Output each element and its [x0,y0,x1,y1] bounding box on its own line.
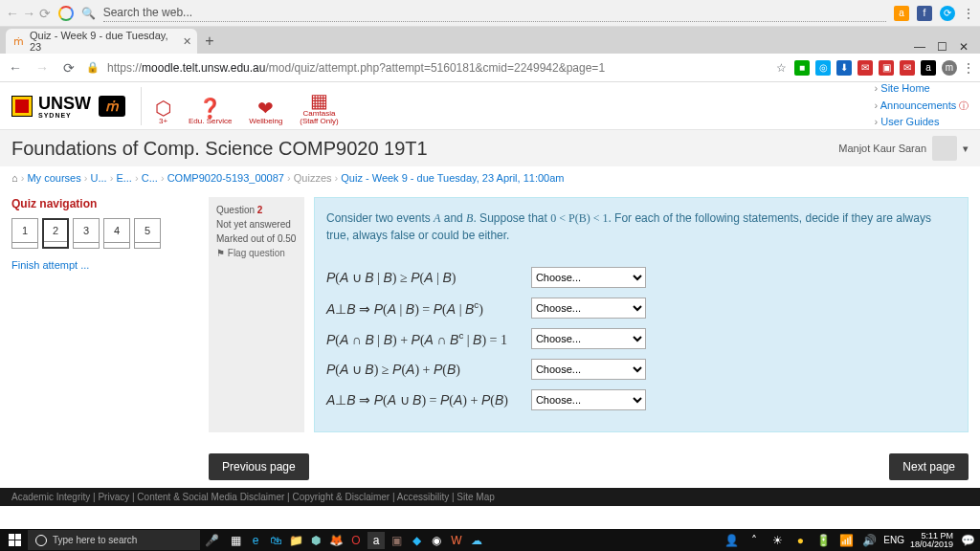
link-site-home[interactable]: Site Home [875,82,969,98]
minimize-button[interactable]: — [914,40,925,54]
close-tab-icon[interactable]: ✕ [183,35,191,48]
crumb-quiz[interactable]: Quiz - Week 9 - due Tuesday, 23 April, 1… [341,172,564,184]
finish-attempt-link[interactable]: Finish attempt ... [11,259,89,271]
qnav-1[interactable]: 1 [11,218,38,249]
stmt-4-select[interactable]: Choose... [531,359,646,380]
mic-icon[interactable]: 🎤 [203,532,220,549]
svc-eduservice[interactable]: ❓Edu. Service [189,99,232,125]
people-icon[interactable]: 👤 [723,532,740,549]
bookmark-icon[interactable]: ☆ [776,61,787,75]
word-icon[interactable]: W [448,532,465,549]
volume-icon[interactable]: 🔊 [860,532,878,549]
stmt-2: A⊥B ⇒ P(A | B) = P(A | Bc) [326,298,531,319]
ext-2-icon[interactable]: ◎ [815,60,831,76]
start-button[interactable] [4,534,25,546]
reload-icon[interactable]: ⟳ [39,6,51,21]
user-menu[interactable]: Manjot Kaur Saran ▾ [838,136,969,161]
maximize-button[interactable]: ☐ [937,40,947,54]
lock-icon: 🔒 [86,61,100,74]
explorer-icon[interactable]: 📁 [287,532,304,549]
qnav-5[interactable]: 5 [134,218,161,249]
store-icon[interactable]: 🛍 [267,532,284,549]
ext-icon[interactable]: ⟳ [940,6,955,21]
url-field[interactable]: https://moodle.telt.unsw.edu.au/mod/quiz… [107,61,768,75]
wifi-icon[interactable]: 📶 [837,532,855,549]
ext-7-icon[interactable]: a [921,60,936,76]
cube-icon: ⬡ [155,99,171,118]
qnav-3[interactable]: 3 [73,218,100,249]
question-mark: Marked out of 0.50 [216,231,297,246]
onedrive-icon[interactable]: ☁ [468,532,485,549]
svc-3plus[interactable]: ⬡3+ [155,99,171,125]
link-user-guides[interactable]: User Guides [875,114,969,131]
previous-page-button[interactable]: Previous page [209,453,309,480]
windows-icon [9,534,21,546]
crumb-mycourses[interactable]: My courses [27,172,80,184]
moodle-favicon-icon: ṁ [13,35,24,48]
stmt-4: P(A ∪ B) ≥ P(A) + P(B) [326,359,531,380]
settings-icon[interactable]: ⬢ [307,532,324,549]
new-tab-button[interactable]: + [197,29,222,54]
chrome-menu-icon[interactable]: ⋮ [963,61,974,75]
crumb-u[interactable]: U... [91,172,107,184]
home-icon[interactable]: ⌂ [11,172,18,184]
page-nav: Previous page Next page [0,440,980,488]
app-icon[interactable]: ◆ [408,532,425,549]
stmt-3-select[interactable]: Choose... [531,328,646,349]
stmt-2-select[interactable]: Choose... [531,298,646,319]
unsw-logo[interactable]: UNSWSYDNEY [11,94,91,119]
next-page-button[interactable]: Next page [889,453,969,480]
chrome-icon[interactable]: ◉ [428,532,445,549]
app-icon[interactable]: ▣ [388,532,405,549]
taskview-icon[interactable]: ▦ [227,532,244,549]
close-window-button[interactable]: ✕ [959,40,969,54]
back-button[interactable]: ← [6,60,25,76]
flag-question-link[interactable]: Flag question [216,246,297,260]
ext-5-icon[interactable]: ▣ [879,60,894,76]
moodle-logo-icon[interactable]: ṁ [99,96,125,117]
forward-button[interactable]: → [33,60,52,76]
ext-4-icon[interactable]: ✉ [858,60,873,76]
heart-icon: ❤ [249,99,282,118]
weather-icon[interactable]: ☀ [768,532,786,549]
ext-6-icon[interactable]: ✉ [900,60,915,76]
tray-icon[interactable]: ● [791,532,809,549]
stmt-1-select[interactable]: Choose... [531,267,646,288]
tab-title: Quiz - Week 9 - due Tuesday, 23 [30,30,174,53]
omnibox-nav: ← → ⟳ [6,6,51,21]
notifications-icon[interactable]: 💬 [959,532,976,549]
quiz-nav-title: Quiz navigation [11,197,193,210]
taskbar-search[interactable]: Type here to search [28,530,200,550]
browser-tab[interactable]: ṁ Quiz - Week 9 - due Tuesday, 23 ✕ [6,29,197,54]
firefox-icon[interactable]: 🦊 [327,532,345,549]
fwd-icon[interactable]: → [22,6,35,21]
avatar-icon [932,136,957,161]
edge-icon[interactable]: e [247,532,264,549]
tray-up-icon[interactable]: ˄ [746,532,763,549]
stmt-5-select[interactable]: Choose... [531,389,646,410]
lang-indicator[interactable]: ENG [883,535,904,545]
opera-icon[interactable]: O [347,532,365,549]
facebook-icon[interactable]: f [917,6,932,21]
qnav-2[interactable]: 2 [42,218,69,249]
battery-icon[interactable]: 🔋 [814,532,832,549]
crumb-e[interactable]: E... [116,172,132,184]
back-icon[interactable]: ← [6,6,19,21]
qnav-4[interactable]: 4 [103,218,130,249]
svc-camtasia[interactable]: ▦Camtasia (Staff Only) [300,91,338,125]
svc-wellbeing[interactable]: ❤Wellbeing [249,99,282,125]
menu-icon[interactable]: ⋮ [963,7,974,20]
chevron-down-icon: ▾ [963,143,969,155]
amazon-icon[interactable]: a [894,6,909,21]
reload-button[interactable]: ⟳ [59,60,78,76]
profile-avatar-icon[interactable]: m [942,60,957,76]
ext-3-icon[interactable]: ⬇ [836,60,852,76]
crumb-course[interactable]: COMP9020-5193_00087 [167,172,284,184]
amazon-icon[interactable]: a [368,532,385,549]
clock[interactable]: 5:11 PM 18/04/2019 [910,532,953,549]
omnibox-search[interactable]: Search the web... [103,4,886,22]
link-announcements[interactable]: Announcements [875,98,969,115]
crumb-c[interactable]: C... [142,172,158,184]
cortana-icon [35,535,47,546]
ext-1-icon[interactable]: ■ [794,60,810,76]
